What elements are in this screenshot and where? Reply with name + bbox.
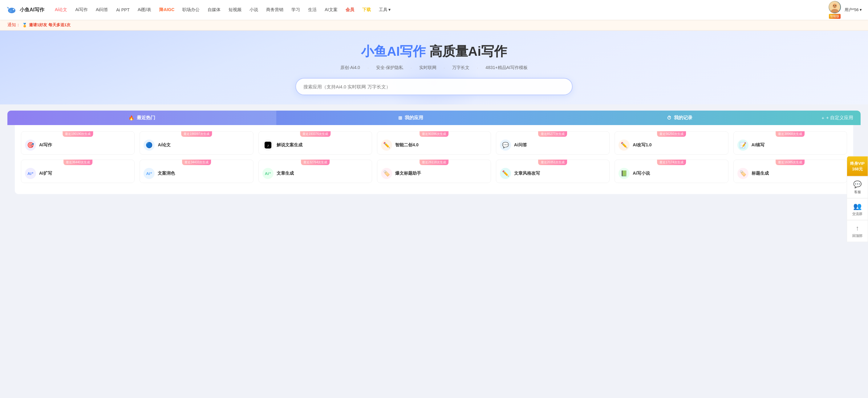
card-icon-r2-5: 📗	[619, 168, 629, 179]
card-ai-writing[interactable]: 最近190190次生成 🎯 AI写作	[21, 131, 134, 155]
feature-3: 万字长文	[452, 65, 469, 70]
nav-item-0[interactable]: Ai论文	[52, 5, 70, 14]
tab-add-label: + 自定义应用	[826, 115, 853, 121]
card-badge-0: 最近190190次生成	[63, 131, 93, 137]
nav-item-8[interactable]: 短视频	[225, 5, 245, 14]
card-name-r2-4: 文章风格改写	[514, 171, 540, 176]
avatar-badge: 智能版	[829, 14, 841, 19]
card-content-r2-0: Ai⁺ AI扩写	[25, 168, 131, 179]
card-icon-r2-6: 🏷️	[737, 168, 748, 179]
card-viral-title[interactable]: 最近26118次生成 🏷️ 爆文标题助手	[377, 159, 491, 183]
nav-item-tools[interactable]: 工具 ▾	[376, 5, 394, 14]
tab-apps-label: 我的应用	[405, 115, 423, 121]
notice-medal-icon: 🏅	[22, 23, 27, 27]
card-polish[interactable]: 最近34433次生成 Ai⁺ 文案润色	[140, 159, 253, 183]
user-name[interactable]: 用户*56 ▾	[845, 7, 862, 12]
card-content-6: 📝 AI续写	[737, 140, 843, 151]
tab-custom-apps[interactable]: + + 自定义应用	[814, 111, 861, 125]
logo[interactable]: 小鱼AI写作	[6, 4, 44, 16]
svg-marker-1	[7, 7, 9, 9]
card-name-r2-3: 爆文标题助手	[395, 171, 421, 176]
svg-point-0	[8, 8, 16, 13]
avatar-svg	[829, 2, 840, 12]
user-avatar[interactable]: 智能版	[829, 1, 841, 19]
sidebar-service[interactable]: 💬 客服	[847, 177, 868, 198]
sidebar-group[interactable]: 👥 交流群	[847, 198, 868, 202]
dot-2: ·	[411, 65, 412, 70]
tab-my-apps[interactable]: ⊞ 我的应用	[276, 111, 545, 125]
notice-bar: 通知： 🏅 邀请1好友 每天多送1次	[0, 20, 868, 30]
svg-point-8	[835, 5, 836, 6]
card-badge-6: 最近38968次生成	[776, 131, 805, 137]
card-icon-r2-4: ✏️	[500, 168, 511, 179]
dot-4: ·	[477, 65, 478, 70]
card-icon-4: 💬	[500, 140, 511, 151]
tabs-section: 🔥 最近热门 ⊞ 我的应用 ⏱ 我的记录 + + 自定义应用 最近190190次…	[7, 111, 861, 194]
card-name-0: AI写作	[39, 142, 52, 148]
navbar: 小鱼AI写作 Ai论文 Ai写作 Ai问答 Ai PPT Ai图/表 降AIGC…	[0, 0, 868, 20]
card-badge-4: 最近85277次生成	[538, 131, 567, 137]
card-script-gen[interactable]: 最近193376次生成 ♪ 解说文案生成	[258, 131, 372, 155]
card-badge-2: 最近193376次生成	[300, 131, 331, 137]
nav-item-10[interactable]: 商务营销	[263, 5, 286, 14]
card-title-gen[interactable]: 最近16385次生成 🏷️ 标题生成	[734, 159, 847, 183]
card-article-gen[interactable]: 最近32764次生成 Ai⁺ 文章生成	[258, 159, 372, 183]
card-icon-3: ✏️	[381, 140, 392, 151]
card-content-r2-4: ✏️ 文章风格改写	[500, 168, 606, 179]
card-name-2: 解说文案生成	[277, 142, 303, 148]
tab-add-icon: +	[822, 115, 824, 120]
card-style-rewrite[interactable]: 最近20351次生成 ✏️ 文章风格改写	[496, 159, 610, 183]
service-icon: 💬	[849, 181, 865, 188]
feature-0: 原创·Ai4.0	[340, 65, 360, 70]
svg-point-2	[13, 9, 14, 10]
hero-subtitle: 原创·Ai4.0 · 安全·保护隐私 · 实时联网 · 万字长文 · 4831+…	[6, 65, 862, 70]
card-ai-novel[interactable]: 最近17174次生成 📗 Ai写小说	[615, 159, 728, 183]
card-content-r2-2: Ai⁺ 文章生成	[262, 168, 368, 179]
nav-item-download[interactable]: 下载	[359, 5, 374, 14]
card-icon-1: 🔵	[144, 140, 155, 151]
tab-recent-hot[interactable]: 🔥 最近热门	[7, 111, 276, 125]
nav-item-2[interactable]: Ai问答	[93, 5, 111, 14]
card-icon-r2-1: Ai⁺	[144, 168, 155, 179]
avatar-image	[829, 1, 841, 13]
search-input[interactable]	[296, 78, 572, 95]
nav-item-5[interactable]: 降AIGC	[156, 5, 178, 14]
card-ai-expand[interactable]: 最近36440次生成 Ai⁺ AI扩写	[21, 159, 134, 183]
card-content-r2-5: 📗 Ai写小说	[619, 168, 724, 179]
card-ai-rewrite[interactable]: 最近56250次生成 ✏️ AI改写1.0	[615, 131, 728, 155]
nav-item-12[interactable]: 生活	[305, 5, 320, 14]
card-badge-r2-1: 最近34433次生成	[182, 159, 211, 165]
card-content-r2-6: 🏷️ 标题生成	[737, 168, 843, 179]
notice-link[interactable]: 邀请1好友 每天多送1次	[29, 22, 70, 28]
card-ai-continue[interactable]: 最近38968次生成 📝 AI续写	[734, 131, 847, 155]
sidebar-vip[interactable]: 终身VIP 168元	[847, 156, 868, 177]
card-badge-r2-6: 最近16385次生成	[776, 159, 805, 165]
card-content-3: ✏️ 智能二创4.0	[381, 140, 487, 151]
nav-item-3[interactable]: Ai PPT	[113, 5, 133, 14]
card-name-r2-5: Ai写小说	[633, 171, 650, 176]
nav-item-13[interactable]: AI文案	[321, 5, 340, 14]
nav-item-11[interactable]: 学习	[288, 5, 303, 14]
feature-1: 安全·保护隐私	[376, 65, 403, 70]
card-badge-1: 最近190097次生成	[181, 131, 212, 137]
tab-records-label: 我的记录	[674, 115, 692, 121]
nav-item-member[interactable]: 会员	[343, 5, 357, 14]
card-badge-r2-3: 最近26118次生成	[420, 159, 448, 165]
card-content-4: 💬 Ai问答	[500, 140, 606, 151]
card-badge-3: 最近90396次生成	[420, 131, 448, 137]
nav-item-1[interactable]: Ai写作	[72, 5, 91, 14]
nav-item-6[interactable]: 职场办公	[179, 5, 203, 14]
nav-item-9[interactable]: 小说	[246, 5, 261, 14]
card-ai-paper[interactable]: 最近190097次生成 🔵 Ai论文	[140, 131, 253, 155]
tab-my-records[interactable]: ⏱ 我的记录	[545, 111, 814, 125]
card-name-r2-2: 文章生成	[277, 171, 294, 176]
nav-right: 智能版 用户*56 ▾	[829, 1, 862, 19]
card-smart-creation[interactable]: 最近90396次生成 ✏️ 智能二创4.0	[377, 131, 491, 155]
card-ai-qa[interactable]: 最近85277次生成 💬 Ai问答	[496, 131, 610, 155]
card-badge-5: 最近56250次生成	[657, 131, 686, 137]
cards-row-2: 最近36440次生成 Ai⁺ AI扩写 最近34433次生成 Ai⁺ 文案润色	[21, 159, 847, 183]
logo-icon	[6, 4, 17, 16]
nav-item-4[interactable]: Ai图/表	[134, 5, 154, 14]
hero-title-blue: 小鱼AI写作	[361, 44, 426, 59]
nav-item-7[interactable]: 自媒体	[205, 5, 224, 14]
